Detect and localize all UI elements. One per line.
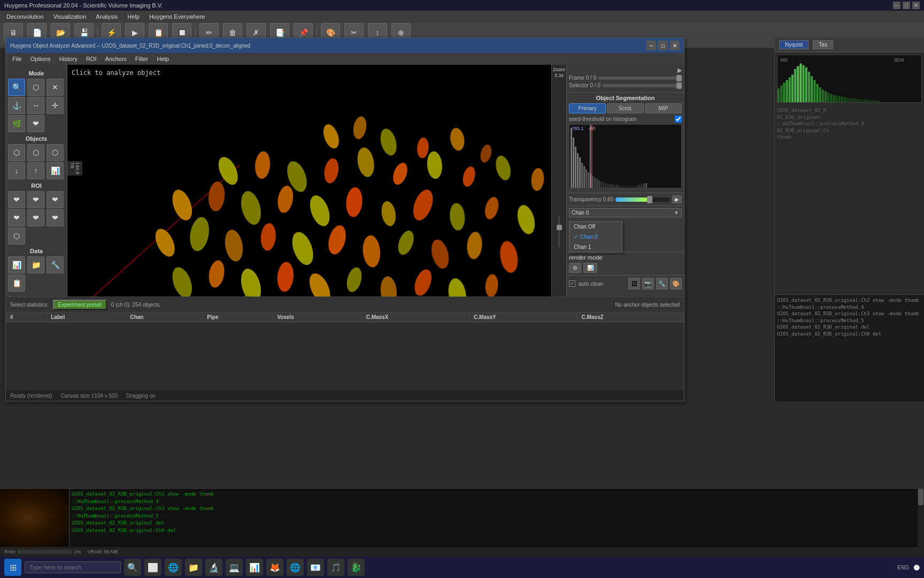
mode-title: Mode	[8, 70, 65, 77]
mode-delete-btn[interactable]: ✕	[47, 79, 64, 96]
win-menu-help[interactable]: Help	[152, 55, 173, 63]
chrome-icon[interactable]: 🌐	[165, 559, 182, 576]
roi-btn-6[interactable]: ❤	[47, 209, 64, 226]
mode-heart-btn[interactable]: ❤	[27, 115, 44, 132]
ac-icon-2[interactable]: 📷	[642, 278, 654, 290]
selector-slider[interactable]	[603, 84, 682, 87]
zoom-thumb[interactable]	[557, 225, 562, 230]
log-scroll-thumb[interactable]	[918, 489, 923, 505]
zoom-value: 3.34	[555, 73, 564, 79]
log-scrollbar[interactable]	[918, 489, 924, 547]
minimize-btn[interactable]: ─	[893, 2, 900, 9]
obj-btn-1[interactable]: ⬡	[8, 144, 25, 161]
roi-btn-2[interactable]: ❤	[27, 191, 44, 208]
mode-leaf-btn[interactable]: 🌿	[8, 115, 25, 132]
frame-slider-thumb[interactable]	[676, 75, 682, 81]
mode-anchor-btn[interactable]: ⚓	[8, 97, 25, 114]
menu-huygens-everywhere[interactable]: Huygens Everywhere	[145, 12, 210, 21]
mode-move-btn[interactable]: ↔	[27, 97, 44, 114]
svg-point-23	[345, 187, 364, 218]
zoom-slider[interactable]	[558, 215, 560, 247]
seg-tab-scnd[interactable]: Scnd.	[607, 103, 644, 113]
chan-dropdown[interactable]: Chan 0 ▼	[569, 208, 682, 217]
data-btn-3[interactable]: 🔧	[47, 256, 64, 273]
win-maximize-btn[interactable]: □	[658, 41, 668, 50]
table-container: # Label Chan Pipe Voxels C.MassX C.MassY…	[6, 313, 684, 390]
roi-btn-7[interactable]: ⬡	[8, 227, 25, 245]
app-icon-6[interactable]: 📧	[307, 559, 324, 576]
maximize-btn[interactable]: □	[903, 2, 910, 9]
zoom-label: Zoom	[553, 67, 565, 73]
roi-btn-1[interactable]: ❤	[8, 191, 25, 208]
mode-select-btn[interactable]: ⬡	[27, 79, 44, 96]
data-btn-4[interactable]: 📋	[8, 275, 25, 292]
search-taskbar-icon[interactable]: 🔍	[124, 559, 141, 576]
nyquist-btn[interactable]: Nyquist	[779, 40, 808, 49]
obj-btn-4[interactable]: ↓	[8, 162, 25, 179]
trans-thumb[interactable]	[647, 196, 652, 203]
experiment-preset-btn[interactable]: Experiment preset	[53, 300, 107, 310]
menu-help[interactable]: Help	[123, 12, 144, 21]
svg-point-39	[498, 240, 520, 275]
app-icon-3[interactable]: 📊	[246, 559, 263, 576]
svg-rect-69	[808, 72, 810, 102]
start-btn[interactable]: ⊞	[4, 559, 21, 576]
obj-btn-2[interactable]: ⬡	[27, 144, 44, 161]
chan-option-0[interactable]: ✓ Chan 0	[569, 232, 622, 242]
obj-btn-3[interactable]: ⬡	[47, 144, 64, 161]
frame-slider[interactable]	[598, 77, 682, 80]
ac-icon-1[interactable]: 🖼	[628, 278, 640, 290]
task-view-icon[interactable]: ⬜	[144, 559, 161, 576]
ram-percent: 1%	[74, 549, 81, 554]
seg-tab-primary[interactable]: Primary	[569, 103, 606, 113]
app-icon-5[interactable]: 🌐	[287, 559, 304, 576]
win-close-btn[interactable]: ✕	[670, 41, 680, 50]
win-menu-filter[interactable]: Filter	[131, 55, 152, 63]
menu-visualization[interactable]: Visualization	[49, 12, 91, 21]
log-entry-0: U2OS_dataset_02_R3D_original:Ch2 show -m…	[777, 297, 922, 304]
log-line-1: ::HuThumbnail::processMethod_4	[72, 498, 922, 506]
ac-icon-4[interactable]: 🎨	[670, 278, 682, 290]
app-icon-2[interactable]: 💻	[226, 559, 243, 576]
render-settings-btn[interactable]: ⚙	[569, 263, 581, 273]
win-minimize-btn[interactable]: ─	[646, 41, 656, 50]
bottom-log-content: U2OS_dataset_02_R3D_original:Ch2 show -m…	[72, 491, 922, 534]
svg-rect-91	[869, 100, 871, 102]
mode-zoom-btn[interactable]: 🔍	[8, 79, 25, 96]
roi-btn-3[interactable]: ❤	[47, 191, 64, 208]
trans-right-btn[interactable]: ▶	[672, 195, 682, 203]
menu-analysis[interactable]: Analysis	[91, 12, 122, 21]
mode-plus-btn[interactable]: ✛	[47, 97, 64, 114]
data-btn-1[interactable]: 📊	[8, 256, 25, 273]
obj-btn-6[interactable]: 📊	[47, 162, 64, 179]
app-container: Huygens Professional 20.04 - Scientific …	[0, 0, 924, 48]
win-menu-roi[interactable]: ROI	[82, 55, 101, 63]
win-menu-anchors[interactable]: Anchors	[101, 55, 130, 63]
win-menu-file[interactable]: File	[8, 55, 26, 63]
data-btn-2[interactable]: 📁	[27, 256, 44, 273]
chan-option-off[interactable]: Chan Off	[569, 222, 622, 232]
selector-slider-thumb[interactable]	[676, 82, 682, 89]
menu-deconvolution[interactable]: Deconvolution	[2, 12, 48, 21]
roi-btn-5[interactable]: ❤	[27, 209, 44, 226]
task-btn[interactable]: Tas	[813, 40, 833, 49]
obj-btn-5[interactable]: ↑	[27, 162, 44, 179]
chan-option-1[interactable]: Chan 1	[569, 242, 622, 252]
render-chart-btn[interactable]: 📊	[583, 263, 597, 273]
win-menu-options[interactable]: Options	[26, 55, 55, 63]
trans-slider[interactable]	[615, 197, 670, 202]
roi-btn-4[interactable]: ❤	[8, 209, 25, 226]
explorer-icon[interactable]: 📁	[185, 559, 202, 576]
auto-clean-checkbox[interactable]: ✓	[569, 280, 575, 287]
taskbar-search[interactable]	[25, 561, 121, 573]
close-btn[interactable]: ✕	[912, 2, 920, 9]
app-icon-4[interactable]: 🦊	[266, 559, 283, 576]
seed-threshold-checkbox[interactable]	[675, 116, 682, 123]
app-icon-1[interactable]: 🔬	[205, 559, 222, 576]
ac-icon-3[interactable]: 🔧	[656, 278, 668, 290]
app-icon-8[interactable]: 🐉	[348, 559, 365, 576]
win-menu-history[interactable]: History	[55, 55, 82, 63]
seg-tab-mip[interactable]: MIP	[645, 103, 682, 113]
expand-btn[interactable]: ▶	[677, 67, 682, 73]
app-icon-7[interactable]: 🎵	[327, 559, 344, 576]
